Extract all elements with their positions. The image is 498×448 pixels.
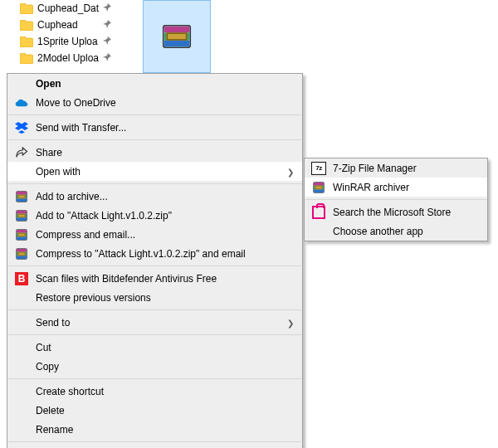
quick-access-list: Cuphead_Dat Cuphead 1Sprite Uploa [0,0,116,66]
menu-separator [305,199,486,200]
quick-access-label: Cuphead_Dat [37,2,99,14]
winrar-icon [14,208,29,223]
folder-icon [20,37,33,47]
menu-compress-and-email[interactable]: Compress and email... [7,225,302,244]
quick-access-item[interactable]: Cuphead [0,17,116,33]
menu-delete[interactable]: Delete [7,401,302,420]
menu-separator [8,334,301,335]
quick-access-item[interactable]: 1Sprite Uploa [0,33,116,50]
submenu-ms-store[interactable]: Search the Microsoft Store [305,202,487,222]
menu-open-with[interactable]: Open with ❯ [7,162,302,181]
menu-add-to-archive[interactable]: Add to archive... [7,187,302,206]
submenu-choose-app[interactable]: Choose another app [305,222,487,241]
quick-access-label: 1Sprite Uploa [37,36,98,47]
share-icon [14,145,29,160]
menu-separator [8,139,301,140]
menu-restore-versions[interactable]: Restore previous versions [7,288,302,307]
open-with-submenu: 7z 7-Zip File Manager WinRAR archiver Se… [304,158,488,241]
chevron-right-icon: ❯ [287,318,294,327]
submenu-winrar[interactable]: WinRAR archiver [305,178,487,197]
menu-separator [8,378,301,379]
context-menu: Open Move to OneDrive Send with Transfer… [7,73,303,448]
menu-send-with-transfer[interactable]: Send with Transfer... [7,118,302,137]
sevenzip-icon: 7z [311,161,326,176]
winrar-icon [14,227,29,242]
menu-separator [8,441,301,442]
menu-properties[interactable]: Properties [7,445,302,448]
menu-move-to-onedrive[interactable]: Move to OneDrive [7,93,302,112]
ms-store-icon [311,205,326,220]
menu-share[interactable]: Share [7,143,302,162]
quick-access-label: Cuphead [37,19,78,31]
menu-compress-to-and-email[interactable]: Compress to "Attack Light.v1.0.2.zip" an… [7,244,302,263]
folder-icon [20,20,33,31]
menu-add-to-zip[interactable]: Add to "Attack Light.v1.0.2.zip" [7,206,302,225]
menu-cut[interactable]: Cut [7,338,302,357]
quick-access-label: 2Model Uploa [37,52,99,64]
menu-copy[interactable]: Copy [7,357,302,376]
bitdefender-icon: B [14,271,29,286]
submenu-7zip[interactable]: 7z 7-Zip File Manager [305,158,487,178]
selected-file[interactable] [143,0,211,73]
menu-bitdefender-scan[interactable]: B Scan files with Bitdefender Antivirus … [7,269,302,288]
archive-icon [163,25,191,48]
pin-icon [103,2,111,14]
pin-icon [103,36,111,47]
pin-icon [103,19,111,31]
winrar-icon [14,246,29,261]
menu-open[interactable]: Open [7,74,302,93]
menu-rename[interactable]: Rename [7,420,302,439]
menu-separator [8,183,301,184]
quick-access-item[interactable]: Cuphead_Dat [0,0,116,17]
folder-icon [20,3,33,14]
winrar-icon [311,180,326,195]
menu-separator [8,265,301,266]
dropbox-icon [14,120,29,135]
folder-icon [20,53,33,64]
menu-send-to[interactable]: Send to❯ [7,313,302,332]
menu-create-shortcut[interactable]: Create shortcut [7,382,302,401]
winrar-icon [14,189,29,204]
onedrive-icon [14,95,29,110]
chevron-right-icon: ❯ [287,167,294,176]
menu-separator [8,114,301,115]
pin-icon [103,52,111,64]
quick-access-item[interactable]: 2Model Uploa [0,50,116,66]
menu-separator [8,309,301,310]
